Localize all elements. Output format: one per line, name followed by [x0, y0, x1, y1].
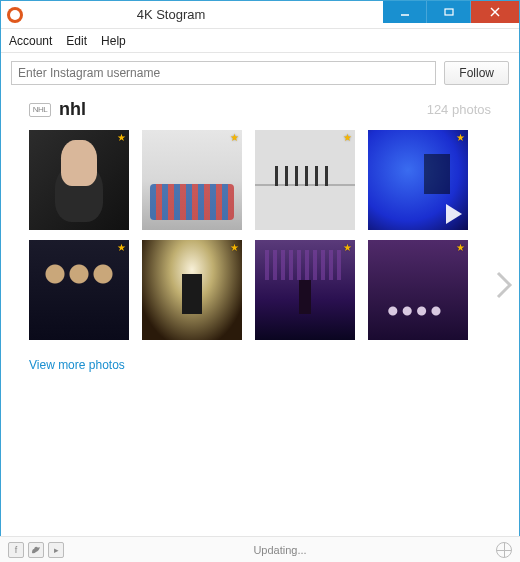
next-page-button[interactable] — [493, 263, 515, 307]
star-icon: ★ — [230, 242, 240, 252]
star-icon: ★ — [117, 132, 127, 142]
window-minimize-button[interactable] — [383, 1, 427, 23]
app-icon — [7, 7, 23, 23]
photo-thumb[interactable]: ★ — [368, 130, 468, 230]
status-text: Updating... — [64, 544, 496, 556]
menu-edit[interactable]: Edit — [66, 34, 87, 48]
twitter-icon[interactable] — [28, 542, 44, 558]
window-title: 4K Stogram — [0, 7, 383, 22]
search-row: Follow — [1, 53, 519, 93]
content-area: NHL nhl 124 photos ★ ★ ★ ★ ★ ★ ★ ★ Vi — [1, 93, 519, 535]
username-input[interactable] — [11, 61, 436, 85]
globe-icon[interactable] — [496, 542, 512, 558]
window-close-button[interactable] — [471, 1, 519, 23]
youtube-icon[interactable]: ▸ — [48, 542, 64, 558]
account-header: NHL nhl 124 photos — [29, 99, 491, 120]
photo-thumb[interactable]: ★ — [142, 240, 242, 340]
photo-thumb[interactable]: ★ — [142, 130, 242, 230]
account-tag-icon: NHL — [29, 103, 51, 117]
photo-thumb[interactable]: ★ — [255, 240, 355, 340]
statusbar: f ▸ Updating... — [0, 536, 520, 562]
star-icon: ★ — [343, 242, 353, 252]
play-icon — [446, 204, 462, 224]
photo-grid: ★ ★ ★ ★ ★ ★ ★ ★ — [29, 130, 491, 340]
star-icon: ★ — [456, 132, 466, 142]
star-icon: ★ — [456, 242, 466, 252]
social-links: f ▸ — [8, 542, 64, 558]
window-controls — [383, 1, 519, 28]
photo-thumb[interactable]: ★ — [255, 130, 355, 230]
menu-account[interactable]: Account — [9, 34, 52, 48]
svg-rect-1 — [445, 9, 453, 15]
account-name: nhl — [59, 99, 86, 120]
photo-thumb[interactable]: ★ — [29, 130, 129, 230]
follow-button[interactable]: Follow — [444, 61, 509, 85]
menubar: Account Edit Help — [1, 29, 519, 53]
photo-count: 124 photos — [427, 102, 491, 117]
star-icon: ★ — [343, 132, 353, 142]
photo-thumb[interactable]: ★ — [368, 240, 468, 340]
star-icon: ★ — [230, 132, 240, 142]
titlebar: 4K Stogram — [1, 1, 519, 29]
menu-help[interactable]: Help — [101, 34, 126, 48]
account-header-left: NHL nhl — [29, 99, 86, 120]
window-maximize-button[interactable] — [427, 1, 471, 23]
photo-thumb[interactable]: ★ — [29, 240, 129, 340]
view-more-link[interactable]: View more photos — [29, 358, 491, 372]
star-icon: ★ — [117, 242, 127, 252]
facebook-icon[interactable]: f — [8, 542, 24, 558]
